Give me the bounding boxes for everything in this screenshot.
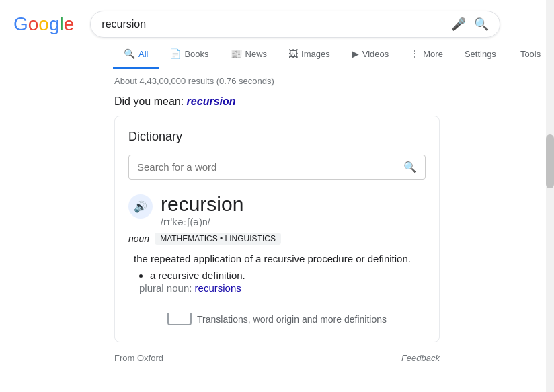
footer-bar: From Oxford Feedback [0,348,554,368]
images-tab-icon: 🖼 [288,48,298,59]
search-input[interactable] [102,18,444,30]
search-icons: 🎤 🔍 [451,17,489,32]
tab-news[interactable]: 📰 News [220,40,278,69]
videos-tab-icon: ▶ [352,48,359,59]
books-tab-icon: 📄 [169,48,181,59]
did-you-mean-prompt: Did you mean: [114,95,187,107]
plural-note: plural noun: recursions [139,282,426,294]
scrollbar-thumb[interactable] [546,134,554,188]
tab-more[interactable]: ⋮ More [399,40,454,69]
google-logo[interactable]: Google [13,13,74,35]
word-entry: 🔊 recursion /rɪˈkəːʃ(ə)n/ [128,193,426,227]
more-tab-icon: ⋮ [410,48,420,59]
tab-more-label: More [423,49,443,59]
tab-videos[interactable]: ▶ Videos [341,40,400,69]
tab-all-label: All [138,49,148,59]
audio-button[interactable]: 🔊 [128,194,153,219]
definition-sub-item: a recursive definition. [150,270,426,281]
search-bar-wrapper: 🎤 🔍 [90,11,500,38]
settings-label: Settings [465,49,496,59]
search-bar[interactable]: 🎤 🔍 [90,11,500,38]
word-phonetic: /rɪˈkəːʃ(ə)n/ [161,217,243,227]
word-tags-row: noun MATHEMATICS • LINGUISTICS [128,233,426,245]
plural-label: plural noun: [139,282,195,294]
scrollbar[interactable] [546,0,554,368]
tab-images-label: Images [301,49,330,59]
tab-news-label: News [245,49,268,59]
dictionary-search-bar[interactable]: 🔍 [128,155,426,180]
nav-tabs: 🔍 All 📄 Books 📰 News 🖼 Images ▶ Videos ⋮… [0,40,554,69]
dictionary-card: Dictionary 🔍 🔊 recursion /rɪˈkəːʃ(ə)n/ n… [114,116,440,342]
settings-link[interactable]: Settings [454,41,507,69]
mic-icon[interactable]: 🎤 [451,17,466,32]
all-tab-icon: 🔍 [124,48,135,59]
definition-main: the repeated application of a recursive … [128,253,426,264]
tab-images[interactable]: 🖼 Images [278,40,341,69]
news-tab-icon: 📰 [231,48,242,59]
nav-settings-tools: Settings Tools [454,41,554,69]
audio-icon: 🔊 [134,200,147,213]
tools-label: Tools [520,49,541,59]
dictionary-title: Dictionary [128,130,426,144]
feedback-link[interactable]: Feedback [401,353,440,363]
did-you-mean-suggestion[interactable]: recursion [187,95,236,107]
results-count: About 4,43,00,000 results (0.76 seconds) [0,69,554,93]
dictionary-more-label: Translations, word origin and more defin… [197,314,387,325]
tab-books[interactable]: 📄 Books [159,40,219,69]
plural-word-link[interactable]: recursions [195,282,241,294]
word-text: recursion [161,193,243,215]
source-label: From Oxford [114,353,163,363]
dictionary-more-button[interactable]: Translations, word origin and more defin… [128,305,426,328]
definition-sub-list: a recursive definition. plural noun: rec… [139,270,426,294]
did-you-mean: Did you mean: recursion [0,93,554,116]
tab-videos-label: Videos [362,49,389,59]
word-type: noun [128,233,149,244]
tag-mathematics: MATHEMATICS • LINGUISTICS [155,233,281,245]
tab-books-label: Books [184,49,208,59]
chevron-down-icon [167,313,192,325]
header: Google 🎤 🔍 [0,0,554,38]
dictionary-search-icon[interactable]: 🔍 [403,161,417,173]
word-details: recursion /rɪˈkəːʃ(ə)n/ [161,193,243,227]
dictionary-search-input[interactable] [137,161,403,173]
tab-all[interactable]: 🔍 All [113,40,159,69]
tools-link[interactable]: Tools [510,41,551,69]
search-submit-icon[interactable]: 🔍 [474,17,489,32]
